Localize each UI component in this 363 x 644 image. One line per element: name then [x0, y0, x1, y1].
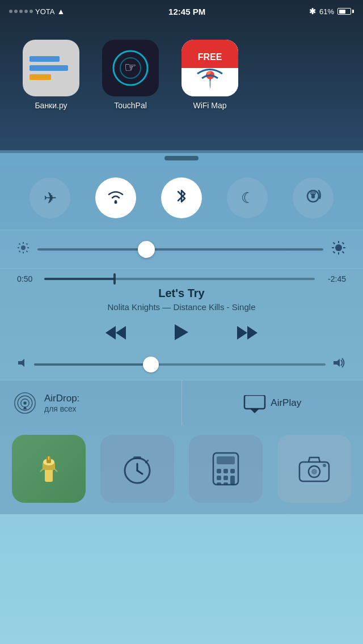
remaining-time: -2:45: [320, 274, 346, 283]
share-row: AirDrop: для всех AirPlay: [0, 380, 363, 426]
svg-rect-59: [217, 476, 221, 480]
svg-text:FREE: FREE: [198, 52, 222, 62]
brightness-slider[interactable]: [37, 248, 323, 251]
svg-rect-60: [223, 476, 228, 480]
wifi-toggle-icon: [105, 188, 126, 209]
svg-line-25: [334, 243, 335, 244]
app-icon-touchpal[interactable]: ☞: [102, 40, 159, 96]
volume-low-icon: [17, 358, 27, 371]
track-time-row: 0:50 -2:45: [17, 274, 346, 283]
svg-rect-62: [217, 482, 221, 485]
svg-rect-55: [217, 456, 235, 464]
svg-text:☞: ☞: [124, 60, 137, 75]
svg-marker-32: [237, 326, 247, 340]
brightness-high-icon: [331, 240, 346, 258]
volume-row: [17, 357, 346, 371]
battery-icon: [337, 8, 354, 15]
camera-button[interactable]: [277, 435, 351, 503]
rotation-lock-toggle[interactable]: [293, 177, 334, 218]
timer-button[interactable]: [100, 435, 174, 503]
airplay-label: AirPlay: [271, 397, 301, 409]
track-slider[interactable]: [44, 278, 315, 280]
artist-name: Nolita Knights: [108, 302, 161, 312]
pull-handle[interactable]: [0, 150, 363, 166]
play-button[interactable]: [169, 320, 194, 349]
svg-marker-35: [334, 359, 340, 367]
status-right: ✱ 61%: [309, 7, 354, 16]
volume-fill: [34, 363, 151, 366]
svg-line-46: [40, 469, 43, 472]
airdrop-icon: [14, 392, 36, 414]
app-icon-wifimap[interactable]: FREE 📍: [182, 40, 238, 96]
brightness-low-icon: [17, 242, 29, 257]
wifi-toggle[interactable]: [95, 177, 136, 218]
airplay-icon: [243, 395, 264, 411]
status-left: YOTA ▲: [9, 7, 65, 16]
calculator-button[interactable]: [189, 435, 263, 503]
brightness-thumb[interactable]: [138, 241, 155, 258]
signal-dot-3: [19, 10, 23, 13]
svg-rect-56: [217, 469, 221, 473]
do-not-disturb-toggle[interactable]: ☾: [227, 177, 268, 218]
app-label-banki: Банки.ру: [35, 101, 67, 110]
svg-marker-34: [18, 359, 24, 367]
torch-button[interactable]: [12, 435, 86, 503]
brightness-track: [37, 248, 323, 251]
svg-point-11: [21, 245, 26, 250]
airdrop-text: AirDrop: для всех: [44, 393, 79, 413]
carrier-name: YOTA: [35, 7, 54, 16]
svg-line-27: [343, 243, 344, 244]
track-artist: Nolita Knights — Distance Kills - Single: [17, 302, 346, 312]
volume-thumb[interactable]: [143, 357, 159, 372]
svg-rect-52: [133, 456, 141, 459]
rewind-button[interactable]: [102, 321, 129, 348]
current-time: 0:50: [17, 274, 39, 283]
airdrop-title: AirDrop:: [44, 393, 79, 404]
airplane-mode-toggle[interactable]: ✈: [29, 177, 70, 218]
svg-point-66: [311, 469, 317, 474]
volume-high-icon: [332, 357, 346, 371]
airplane-icon: ✈: [44, 189, 57, 207]
app-touchpal[interactable]: ☞ TouchPal: [102, 40, 159, 110]
bluetooth-toggle[interactable]: [161, 177, 202, 218]
signal-strength: [9, 10, 33, 13]
toggle-row: ✈ ☾: [0, 166, 363, 230]
svg-line-26: [343, 252, 344, 253]
rotation-icon: [304, 187, 322, 209]
brightness-row: [0, 230, 363, 268]
signal-dot-4: [24, 10, 28, 13]
handle-bar: [164, 156, 199, 160]
svg-rect-63: [223, 482, 228, 485]
album-name: Distance Kills - Single: [173, 302, 255, 312]
svg-rect-57: [223, 469, 228, 473]
fast-forward-button[interactable]: [234, 321, 261, 348]
app-icon-banki[interactable]: [23, 40, 79, 96]
bluetooth-status-icon: ✱: [309, 7, 316, 16]
svg-line-17: [27, 251, 28, 252]
bluetooth-icon: [176, 187, 187, 209]
airdrop-button[interactable]: AirDrop: для всех: [0, 380, 182, 426]
track-progress: [44, 278, 115, 280]
svg-marker-31: [175, 324, 188, 340]
track-thumb: [113, 273, 116, 285]
svg-marker-29: [105, 326, 116, 340]
airplay-button[interactable]: AirPlay: [182, 380, 364, 426]
quick-access-row: [0, 426, 363, 514]
svg-rect-40: [244, 395, 265, 409]
app-label-touchpal: TouchPal: [114, 101, 147, 110]
app-banki[interactable]: Банки.ру: [23, 40, 79, 110]
airdrop-sublabel: для всех: [44, 404, 79, 413]
app-wifimap[interactable]: FREE 📍 WiFi Map: [182, 40, 238, 110]
svg-point-7: [115, 201, 117, 204]
apps-area: Банки.ру ☞ TouchPal FREE 📍 WiFi Map: [0, 28, 363, 147]
volume-slider[interactable]: [34, 363, 326, 366]
control-center: ✈ ☾: [0, 150, 363, 644]
svg-point-67: [323, 464, 326, 467]
svg-line-47: [54, 469, 57, 472]
signal-dot-2: [14, 10, 18, 13]
signal-dot-5: [29, 10, 33, 13]
svg-line-16: [19, 244, 20, 245]
app-label-wifimap: WiFi Map: [193, 101, 226, 110]
moon-icon: ☾: [241, 189, 254, 207]
svg-line-51: [137, 471, 142, 474]
